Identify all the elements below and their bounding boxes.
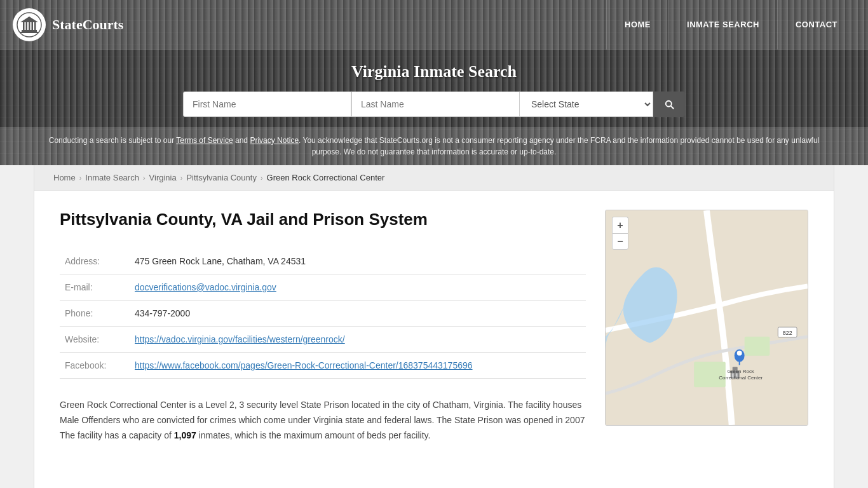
desc-text-after: inmates, which is the maximum amount of … bbox=[196, 430, 431, 440]
nav-home[interactable]: HOME bbox=[606, 0, 668, 50]
nav-links: HOME INMATE SEARCH CONTACT bbox=[606, 0, 855, 50]
breadcrumb-state[interactable]: Virginia bbox=[149, 173, 177, 182]
zoom-out-button[interactable]: − bbox=[612, 233, 628, 250]
breadcrumb-inmate-search[interactable]: Inmate Search bbox=[85, 173, 139, 182]
svg-marker-8 bbox=[20, 17, 38, 22]
email-row: E-mail: docverifications@vadoc.virginia.… bbox=[60, 274, 586, 301]
main-content: Pittsylvania County, VA Jail and Prison … bbox=[34, 191, 834, 488]
facility-title: Pittsylvania County, VA Jail and Prison … bbox=[60, 210, 586, 229]
facility-description: Green Rock Correctional Center is a Leve… bbox=[60, 398, 586, 443]
email-label: E-mail: bbox=[60, 274, 130, 301]
sep-2: › bbox=[143, 174, 146, 182]
site-logo[interactable]: StateCourts bbox=[13, 8, 123, 41]
facebook-value: https://www.facebook.com/pages/Green-Roc… bbox=[130, 353, 586, 379]
facebook-link[interactable]: https://www.facebook.com/pages/Green-Roc… bbox=[135, 360, 473, 370]
address-row: Address: 475 Green Rock Lane, Chatham, V… bbox=[60, 248, 586, 274]
disclaimer: Conducting a search is subject to our Te… bbox=[0, 127, 868, 165]
map-svg: 822 Green Rock Correctional Center bbox=[606, 210, 808, 425]
logo-icon bbox=[13, 8, 46, 41]
right-column: + − bbox=[605, 210, 808, 443]
svg-rect-7 bbox=[34, 22, 36, 30]
map-zoom-controls: + − bbox=[612, 217, 628, 250]
website-link[interactable]: https://vadoc.virginia.gov/facilities/we… bbox=[135, 334, 345, 344]
svg-rect-6 bbox=[32, 22, 34, 30]
search-title: Virginia Inmate Search bbox=[13, 62, 855, 81]
last-name-input[interactable] bbox=[351, 92, 520, 117]
first-name-input[interactable] bbox=[183, 92, 351, 117]
svg-rect-2 bbox=[20, 32, 38, 33]
terms-link[interactable]: Terms of Service bbox=[176, 136, 233, 145]
sep-4: › bbox=[261, 174, 263, 182]
breadcrumb-home[interactable]: Home bbox=[53, 173, 76, 182]
search-icon bbox=[663, 98, 675, 110]
content-wrapper: Pittsylvania County, VA Jail and Prison … bbox=[60, 210, 808, 443]
breadcrumb-county[interactable]: Pittsylvania County bbox=[186, 173, 257, 182]
svg-rect-10 bbox=[745, 337, 770, 356]
email-value: docverifications@vadoc.virginia.gov bbox=[130, 274, 586, 301]
site-name: StateCourts bbox=[52, 17, 123, 33]
phone-value: 434-797-2000 bbox=[130, 301, 586, 327]
svg-rect-4 bbox=[26, 22, 28, 30]
logo-svg bbox=[17, 12, 42, 37]
privacy-link[interactable]: Privacy Notice bbox=[250, 136, 299, 145]
svg-rect-1 bbox=[22, 30, 37, 32]
svg-point-21 bbox=[737, 351, 742, 356]
state-select[interactable]: Select State Virginia California Texas F… bbox=[520, 92, 653, 117]
svg-text:822: 822 bbox=[783, 330, 792, 336]
zoom-in-button[interactable]: + bbox=[612, 217, 628, 233]
address-label: Address: bbox=[60, 248, 130, 274]
disclaimer-after: . You acknowledge that StateCourts.org i… bbox=[299, 136, 819, 156]
search-bar: Select State Virginia California Texas F… bbox=[183, 92, 685, 117]
breadcrumb-current: Green Rock Correctional Center bbox=[267, 173, 385, 182]
svg-text:Green Rock: Green Rock bbox=[727, 369, 754, 374]
email-link[interactable]: docverifications@vadoc.virginia.gov bbox=[135, 282, 276, 292]
facility-capacity: 1,097 bbox=[174, 430, 196, 440]
disclaimer-and: and bbox=[233, 136, 250, 145]
facebook-row: Facebook: https://www.facebook.com/pages… bbox=[60, 353, 586, 379]
nav-contact[interactable]: CONTACT bbox=[777, 0, 855, 50]
website-label: Website: bbox=[60, 327, 130, 353]
nav-inmate-search[interactable]: INMATE SEARCH bbox=[668, 0, 777, 50]
left-column: Pittsylvania County, VA Jail and Prison … bbox=[60, 210, 586, 443]
svg-text:Correctional Center: Correctional Center bbox=[719, 375, 763, 381]
address-value: 475 Green Rock Lane, Chatham, VA 24531 bbox=[130, 248, 586, 274]
sep-3: › bbox=[180, 174, 183, 182]
facebook-label: Facebook: bbox=[60, 353, 130, 379]
phone-row: Phone: 434-797-2000 bbox=[60, 301, 586, 327]
breadcrumb: Home › Inmate Search › Virginia › Pittsy… bbox=[34, 165, 834, 191]
map-container: + − bbox=[605, 210, 808, 426]
search-button[interactable] bbox=[653, 92, 685, 117]
sep-1: › bbox=[79, 174, 82, 182]
website-value: https://vadoc.virginia.gov/facilities/we… bbox=[130, 327, 586, 353]
facility-info-table: Address: 475 Green Rock Lane, Chatham, V… bbox=[60, 248, 586, 379]
svg-rect-5 bbox=[29, 22, 31, 30]
disclaimer-text-before: Conducting a search is subject to our bbox=[49, 136, 177, 145]
phone-label: Phone: bbox=[60, 301, 130, 327]
website-row: Website: https://vadoc.virginia.gov/faci… bbox=[60, 327, 586, 353]
svg-rect-3 bbox=[23, 22, 25, 30]
